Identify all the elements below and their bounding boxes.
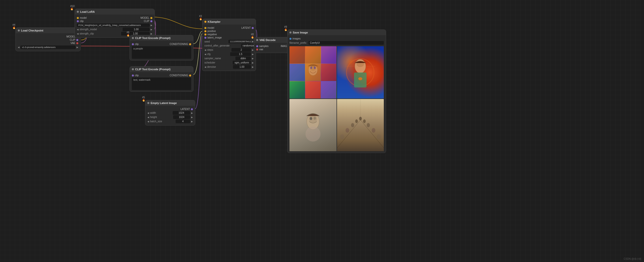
batch-value[interactable]: 4 [176, 120, 190, 123]
port-images-in: images [292, 37, 300, 40]
svg-point-3 [314, 66, 316, 69]
denoise-label: denoise [207, 66, 216, 68]
watermark-text: CSDN @倍小哇 [624, 257, 641, 261]
steps-next[interactable]: ▶ [252, 49, 254, 51]
svg-point-21 [359, 117, 362, 120]
control-value[interactable]: randomize [241, 44, 254, 48]
empty-latent-title: Empty Latent Image [151, 102, 177, 104]
strength-model-value[interactable]: 1.00 [123, 28, 150, 31]
checkpoint-filename[interactable]: v1-5-pruned-emaonly.safetensors [21, 46, 76, 49]
strength-model-prev[interactable]: ◀ [77, 28, 79, 31]
save-image-title: Save Image [293, 31, 308, 34]
port-clip-out: CLIP [70, 38, 75, 41]
scheduler-value[interactable]: sgm_uniform [233, 61, 251, 64]
port-clip-pos-in-dot [132, 43, 134, 45]
port-ks-pos-in: positive [207, 30, 216, 32]
seed-next[interactable]: ▶ [252, 40, 254, 43]
positive-prompt-text[interactable]: a people [132, 46, 191, 59]
strength-model-label: strength_model [80, 28, 97, 31]
seed-value[interactable]: 11110055928878411 [228, 40, 251, 43]
cfg-next[interactable]: ▶ [252, 53, 254, 56]
clip-text-neg-header: CLIP Text Encode (Prompt) [130, 66, 193, 72]
lora-file-next-btn[interactable]: ▶ [151, 24, 152, 26]
load-checkpoint-header: Load Checkpoint [16, 28, 80, 33]
node-id-display-9: #9 🔥 [284, 26, 287, 31]
port-clip-dot [76, 39, 78, 41]
ksampler-header: KSampler [202, 19, 256, 24]
batch-label: batch_size [150, 120, 162, 123]
denoise-value[interactable]: 1.00 [233, 65, 251, 69]
port-conditioning-neg-out: CONDITIONING [170, 74, 188, 77]
svg-point-28 [340, 134, 344, 140]
steps-prev[interactable]: ◀ [204, 49, 206, 51]
file-prev-btn[interactable]: ◀ [18, 46, 20, 48]
vae-decode-title: VAE Decode [259, 38, 276, 42]
height-next[interactable]: ▶ [191, 116, 193, 118]
image-cell-3 [289, 99, 337, 151]
strength-clip-next[interactable]: ▶ [151, 32, 152, 35]
node-id-display-6: #6 🔥 [127, 31, 130, 36]
port-ks-pos-in-dot [204, 30, 206, 32]
port-images-in-dot [289, 38, 291, 40]
node-id-display-5: #5 🔥 [142, 96, 145, 102]
port-model-out: MODEL [66, 35, 75, 38]
lora-filename[interactable]: PCM_Weights/pcm_sd_smallcfg_2step_conver… [77, 24, 150, 27]
height-prev[interactable]: ◀ [147, 116, 149, 118]
port-ks-latent-in-dot [204, 37, 206, 39]
port-lora-model-out-dot [150, 17, 152, 19]
node-id-display-4: #4 🔥 [13, 24, 16, 29]
port-clip-neg-in-dot [132, 74, 134, 76]
image-cell-2 [337, 46, 384, 98]
sampler-value[interactable]: ddim [235, 56, 251, 60]
height-value[interactable]: 1024 [173, 115, 190, 119]
port-ks-model-in: model [207, 26, 214, 29]
scheduler-next[interactable]: ▶ [252, 62, 254, 64]
negative-prompt-text[interactable]: text, watermark [132, 78, 191, 90]
port-ks-neg-in-dot [204, 34, 206, 36]
batch-prev[interactable]: ◀ [147, 120, 149, 123]
cfg-label: cfg [207, 53, 210, 56]
vae-decode-dot [256, 39, 258, 41]
seed-label: seed [204, 40, 210, 43]
port-conditioning-pos-dot [189, 43, 191, 45]
port-lora-clip-out-dot [150, 20, 152, 22]
port-conditioning-pos-out: CONDITIONING [170, 43, 188, 46]
svg-point-27 [372, 128, 375, 133]
port-samples-in: samples [259, 45, 268, 48]
cfg-value[interactable]: 1.5 [230, 52, 251, 56]
save-image-header: Save Image [287, 30, 386, 35]
port-ks-neg-in: negative [207, 33, 217, 36]
svg-point-9 [358, 77, 362, 80]
file-next-btn[interactable]: ▶ [77, 46, 78, 48]
batch-next[interactable]: ▶ [191, 120, 193, 123]
strength-model-next[interactable]: ▶ [151, 28, 152, 31]
steps-value[interactable]: 2 [231, 48, 251, 52]
strength-clip-prev[interactable]: ◀ [77, 32, 79, 35]
cfg-prev[interactable]: ◀ [204, 53, 206, 56]
port-vae-in: vae [259, 48, 263, 51]
strength-clip-label: strength_clip [80, 32, 94, 35]
sampler-next[interactable]: ▶ [252, 57, 254, 60]
ksampler-title: KSampler [208, 20, 220, 23]
port-samples-in-dot [256, 45, 258, 47]
svg-point-16 [313, 117, 316, 120]
width-label: width [150, 112, 156, 114]
denoise-next[interactable]: ▶ [252, 66, 254, 68]
scheduler-label: scheduler [204, 61, 215, 64]
control-label: control_after_generate [204, 44, 230, 47]
save-image-dot [289, 32, 291, 34]
width-value[interactable]: 1024 [173, 111, 190, 115]
svg-point-25 [367, 123, 370, 127]
port-lora-model-in: model [80, 16, 87, 19]
port-latent-dot [191, 108, 193, 110]
empty-latent-header: Empty Latent Image [145, 100, 195, 106]
denoise-prev[interactable]: ◀ [204, 66, 206, 68]
width-next[interactable]: ▶ [191, 112, 193, 114]
width-prev[interactable]: ◀ [147, 112, 149, 114]
load-lora-header: Load LoRA [75, 9, 154, 14]
filename-prefix-value[interactable]: ComfyUI [308, 41, 384, 45]
clip-text-neg-title: CLIP Text Encode (Prompt) [135, 68, 170, 71]
svg-point-22 [355, 120, 358, 123]
port-vae-in-dot [256, 48, 258, 50]
image-cell-1 [289, 46, 337, 98]
